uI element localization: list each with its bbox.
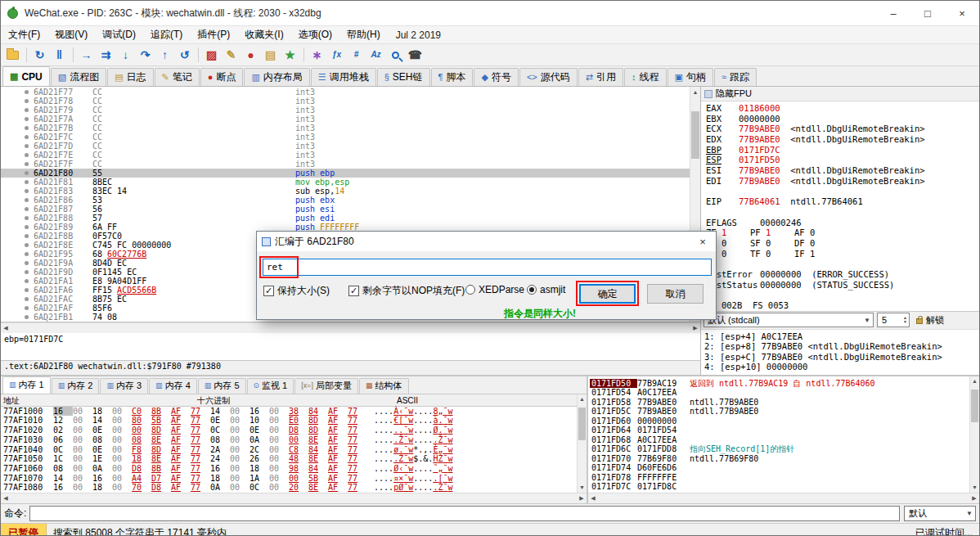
hash-button[interactable]: # (347, 46, 366, 64)
command-language-select[interactable]: 默认 ▼ (904, 506, 976, 521)
stack-horizontal-scrollbar[interactable]: ◀ ▶ (588, 493, 979, 503)
segments-row[interactable]: GS 002B FS 0053 (706, 300, 979, 311)
fx-button[interactable]: ƒx (327, 46, 346, 64)
restart-button[interactable]: ↻ (30, 46, 49, 64)
dump-row[interactable]: 77AF10400C000E00F88DAF772A002C00C884AF77… (1, 445, 587, 455)
memory-map-button[interactable]: ▤ (261, 46, 280, 64)
flag-sf[interactable]: SF 0 (750, 238, 794, 249)
search-button[interactable] (386, 46, 405, 64)
tab-dump4[interactable]: ▥内存 4 (149, 378, 197, 394)
menu-item-追踪T[interactable]: 追踪(T) (143, 26, 190, 43)
argument-row[interactable]: 1: [esp+4] A0C17EEA (704, 331, 979, 342)
scroll-right-icon[interactable]: ▶ (969, 493, 979, 503)
argument-row[interactable]: 3: [esp+C] 77B9ABE0 <ntdll.DbgUiRemoteBr… (704, 352, 979, 363)
attach-phone-button[interactable]: ☎ (406, 46, 425, 64)
stack-row[interactable]: 0171FD5877B9ABE0ntdll.77B9ABE0 (590, 398, 969, 408)
tab-references[interactable]: ⇄引用 (578, 68, 623, 86)
disasm-row[interactable]: 6AD21F78CCint3 (1, 97, 690, 106)
register-row-eflags[interactable]: EFLAGS00000246 (706, 218, 979, 228)
argument-row[interactable]: 4: [esp+10] 00000000 (704, 362, 979, 372)
breakpoint-gutter[interactable] (1, 142, 34, 151)
asmjit-radio[interactable]: asmjit (527, 284, 565, 295)
menu-item-帮助H[interactable]: 帮助(H) (339, 26, 388, 43)
run-to-user-code-button[interactable]: ⇉ (97, 46, 115, 64)
tab-handles[interactable]: ▣句柄 (668, 68, 713, 86)
stack-row[interactable]: 0171FD5C77B9ABE0ntdll.77B9ABE0 (590, 407, 969, 417)
breakpoint-gutter[interactable] (1, 268, 34, 277)
tab-dump5[interactable]: ▥内存 5 (198, 378, 246, 394)
breakpoints-button[interactable]: ● (241, 46, 260, 64)
scroll-thumb[interactable] (691, 111, 699, 159)
dialog-close-icon[interactable]: × (690, 232, 716, 251)
dump-row[interactable]: 77AF10801600180070D8AF770A000C00208EAF77… (1, 483, 587, 493)
disasm-row[interactable]: 6AD21F7DCCint3 (1, 142, 690, 151)
register-row-ecx[interactable]: ECX77B9ABE0 <ntdll.DbgUiRemoteBreakin> (706, 124, 979, 134)
ok-button[interactable]: 确定 (579, 284, 636, 304)
stack-row[interactable]: 0171FD5077B9AC19返回到 ntdll.77B9AC19 自 ntd… (590, 379, 969, 389)
close-button[interactable]: × (945, 1, 979, 25)
keep-size-checkbox[interactable]: ✓ 保持大小(S) (263, 284, 330, 298)
disasm-row[interactable]: 6AD21F8653push ebx (1, 196, 690, 205)
breakpoint-gutter[interactable] (1, 232, 34, 241)
dump-row[interactable]: 77AF10501C001E00188EAF7724002600488EAF77… (1, 454, 587, 464)
fill-nop-checkbox[interactable]: ✓ 剩余字节以NOP填充(F) (348, 284, 465, 298)
breakpoint-gutter[interactable] (1, 115, 34, 124)
tab-log[interactable]: ▤日志 (107, 68, 153, 86)
tab-threads[interactable]: ↕线程 (624, 68, 667, 86)
stack-row[interactable]: 0171FD7077B69F80ntdll.77B69F80 (590, 454, 969, 464)
disasm-row[interactable]: 6AD21F8055push ebp (1, 169, 690, 178)
minimize-button[interactable]: – (876, 1, 910, 25)
spinner-arrows-icon[interactable]: ▲▼ (903, 316, 909, 325)
step-out-button[interactable]: ↑ (155, 46, 174, 64)
disasm-horizontal-scrollbar[interactable]: ◀ ▶ (1, 322, 700, 333)
disasm-row[interactable]: 6AD21F7CCCint3 (1, 133, 690, 142)
stack-row[interactable]: 0171FD54A0C17EEA (590, 388, 969, 398)
argument-row[interactable]: 2: [esp+8] 77B9ABE0 <ntdll.DbgUiRemoteBr… (704, 341, 979, 352)
flag-pf[interactable]: PF 1 (750, 227, 794, 238)
flag-if[interactable]: IF 1 (794, 249, 838, 259)
command-input[interactable] (29, 506, 900, 521)
comment-button[interactable]: ✎ (222, 46, 241, 64)
patches-button[interactable]: ▨ (202, 46, 221, 64)
open-file-button[interactable] (3, 46, 22, 64)
scroll-up-icon[interactable]: ▲ (970, 376, 980, 386)
breakpoint-gutter[interactable] (1, 214, 34, 223)
tab-script[interactable]: ¶脚本 (431, 68, 474, 86)
az-button[interactable]: Az (366, 46, 385, 64)
assemble-button[interactable]: ∗ (308, 46, 326, 64)
breakpoint-gutter[interactable] (1, 313, 34, 322)
flag-af[interactable]: AF 0 (794, 227, 838, 238)
menu-item-收藏夹I[interactable]: 收藏夹(I) (237, 26, 290, 43)
breakpoint-gutter[interactable] (1, 133, 34, 142)
stack-row[interactable]: 0171FD6C0171FDD8指向SEH_Record[1]的指针 (590, 444, 969, 454)
dump-horizontal-scrollbar[interactable]: ◀ ▶ (1, 493, 587, 503)
tab-source[interactable]: <>源代码 (519, 68, 578, 86)
scroll-right-icon[interactable]: ▶ (577, 493, 587, 503)
breakpoint-gutter[interactable] (1, 196, 34, 205)
scroll-thumb[interactable] (971, 390, 978, 422)
register-row-eip[interactable]: EIP77B64061 ntdll.77B64061 (706, 196, 979, 207)
argument-count-spinner[interactable]: 5 ▲▼ (877, 313, 910, 327)
stack-row[interactable]: 0171FD6000000000 (590, 417, 969, 426)
menu-item-文件F[interactable]: 文件(F) (1, 26, 47, 43)
menu-item-视图V[interactable]: 视图(V) (47, 26, 95, 43)
menu-item-选项O[interactable]: 选项(O) (291, 26, 339, 43)
tab-trace[interactable]: ≈跟踪 (714, 68, 757, 86)
scroll-down-icon[interactable]: ▼ (970, 483, 980, 493)
dump-row[interactable]: 77AF101012001400805BAF770E001000E08DAF77… (1, 416, 587, 426)
breakpoint-gutter[interactable] (1, 259, 34, 268)
scroll-up-icon[interactable]: ▲ (578, 394, 587, 404)
disasm-row[interactable]: 6AD21F8756push esi (1, 205, 690, 214)
tab-struct[interactable]: ▦结构体 (359, 378, 409, 394)
calling-convention-select[interactable]: 默认 (stdcall) ▼ (704, 313, 874, 327)
scroll-left-icon[interactable]: ◀ (1, 323, 11, 333)
disasm-row[interactable]: 6AD21F7BCCint3 (1, 124, 690, 133)
flag-df[interactable]: DF 0 (794, 238, 838, 249)
disasm-row[interactable]: 6AD21F7ACCint3 (1, 115, 690, 124)
stack-row[interactable]: 0171FD640171FD54 (590, 426, 969, 435)
dialog-title-bar[interactable]: 汇编于 6AD21F80 × (257, 232, 716, 251)
dump-row[interactable]: 77AF100016001800C08BAF77140016003884AF77… (1, 407, 587, 417)
dump-row[interactable]: 77AF102002000E00008DAF770C000E00D88DAF77… (1, 426, 587, 435)
menu-item-调试D[interactable]: 调试(D) (95, 26, 143, 43)
pause-button[interactable]: ‖ (50, 46, 69, 64)
